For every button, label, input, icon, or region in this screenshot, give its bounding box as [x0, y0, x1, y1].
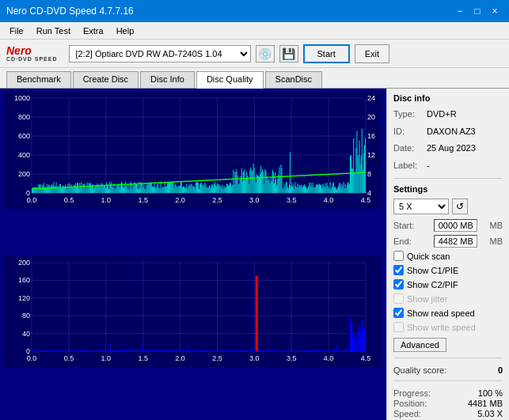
quality-score-row: Quality score: 0: [393, 365, 503, 375]
tab-disc-quality[interactable]: Disc Quality: [196, 71, 264, 89]
quick-scan-checkbox[interactable]: [393, 251, 404, 261]
speed-selector[interactable]: 5 X4 X8 XMax: [393, 199, 449, 214]
close-button[interactable]: ×: [487, 4, 503, 18]
start-value: 0000 MB: [434, 219, 477, 232]
show-write-speed-row: Show write speed: [393, 322, 503, 332]
speed-progress-value: 5.03 X: [477, 409, 503, 418]
menu-extra[interactable]: Extra: [77, 25, 110, 37]
show-read-speed-label[interactable]: Show read speed: [407, 308, 475, 318]
quality-score-label: Quality score:: [393, 365, 446, 375]
disc-date-row: Date: 25 Aug 2023: [393, 142, 503, 156]
menu-help[interactable]: Help: [110, 25, 141, 37]
show-c1-checkbox[interactable]: [393, 265, 404, 275]
progress-label: Progress:: [393, 388, 431, 398]
show-write-speed-checkbox[interactable]: [393, 322, 404, 332]
title-bar: Nero CD-DVD Speed 4.7.7.16 − □ ×: [0, 0, 509, 22]
disc-label-row: Label: -: [393, 159, 503, 173]
progress-value: 100 %: [478, 388, 503, 398]
position-label: Position:: [393, 399, 427, 408]
show-c2-checkbox[interactable]: [393, 279, 404, 289]
start-label: Start:: [393, 221, 421, 230]
date-label: Date:: [393, 142, 424, 156]
end-mb-row: End: 4482 MB MB: [393, 235, 503, 248]
main-content: Disc info Type: DVD+R ID: DAXON AZ3 Date…: [0, 89, 509, 420]
charts-area: [0, 89, 386, 420]
tab-benchmark[interactable]: Benchmark: [6, 71, 71, 88]
logo: Nero CD·DVD SPEED: [6, 45, 58, 62]
speed-progress-label: Speed:: [393, 409, 421, 418]
toolbar: Nero CD·DVD SPEED [2:2] Optiarc DVD RW A…: [0, 40, 509, 68]
disc-info-title: Disc info: [393, 93, 503, 103]
show-c1-row: Show C1/PIE: [393, 265, 503, 275]
label-label: Label:: [393, 159, 424, 173]
menu-bar: File Run Test Extra Help: [0, 22, 509, 40]
position-row: Position: 4481 MB: [393, 399, 503, 408]
label-value: -: [427, 159, 430, 173]
end-label: End:: [393, 236, 421, 246]
show-jitter-row: Show jitter: [393, 293, 503, 304]
chart-bottom: [3, 256, 383, 418]
type-label: Type:: [393, 108, 424, 122]
end-value: 4482 MB: [434, 235, 477, 248]
disc-type-row: Type: DVD+R: [393, 108, 503, 122]
quick-scan-row: Quick scan: [393, 251, 503, 261]
show-c2-row: Show C2/PIF: [393, 279, 503, 289]
show-jitter-checkbox[interactable]: [393, 293, 404, 304]
quality-score-value: 0: [498, 365, 503, 375]
tab-create-disc[interactable]: Create Disc: [73, 71, 139, 88]
maximize-button[interactable]: □: [469, 4, 485, 18]
logo-nero: Nero: [6, 45, 58, 56]
divider-3: [393, 380, 503, 381]
start-button[interactable]: Start: [303, 44, 350, 63]
show-read-speed-checkbox[interactable]: [393, 308, 404, 318]
exit-button[interactable]: Exit: [355, 44, 389, 63]
disc-icon-button[interactable]: 💿: [256, 45, 275, 62]
window-title: Nero CD-DVD Speed 4.7.7.16: [6, 6, 134, 17]
position-value: 4481 MB: [468, 399, 503, 408]
speed-row: Speed: 5.03 X: [393, 409, 503, 418]
chart-top: [3, 92, 383, 253]
right-panel: Disc info Type: DVD+R ID: DAXON AZ3 Date…: [386, 89, 509, 420]
show-c2-label[interactable]: Show C2/PIF: [407, 280, 458, 289]
progress-section: Progress: 100 % Position: 4481 MB Speed:…: [393, 388, 503, 419]
date-value: 25 Aug 2023: [427, 142, 476, 156]
menu-run-test[interactable]: Run Test: [30, 25, 77, 37]
progress-row: Progress: 100 %: [393, 388, 503, 398]
logo-sub: CD·DVD SPEED: [6, 56, 58, 62]
tab-scandisc[interactable]: ScanDisc: [265, 71, 322, 88]
show-write-speed-label: Show write speed: [407, 323, 476, 332]
speed-row: 5 X4 X8 XMax ↺: [393, 199, 503, 214]
tab-disc-info[interactable]: Disc Info: [140, 71, 195, 88]
id-label: ID:: [393, 125, 424, 139]
settings-title: Settings: [393, 184, 503, 194]
divider-2: [393, 358, 503, 358]
advanced-button[interactable]: Advanced: [393, 338, 446, 352]
start-unit: MB: [490, 221, 503, 230]
minimize-button[interactable]: −: [452, 4, 468, 18]
disc-id-row: ID: DAXON AZ3: [393, 125, 503, 139]
start-mb-row: Start: 0000 MB MB: [393, 219, 503, 232]
show-c1-label[interactable]: Show C1/PIE: [407, 266, 458, 275]
show-read-speed-row: Show read speed: [393, 308, 503, 318]
tab-bar: Benchmark Create Disc Disc Info Disc Qua…: [0, 68, 509, 89]
show-jitter-label: Show jitter: [407, 294, 447, 304]
divider-1: [393, 178, 503, 179]
window-controls: − □ ×: [452, 4, 503, 18]
quick-scan-label[interactable]: Quick scan: [407, 252, 450, 261]
save-button[interactable]: 💾: [279, 45, 298, 62]
type-value: DVD+R: [427, 108, 457, 122]
refresh-button[interactable]: ↺: [452, 199, 468, 214]
id-value: DAXON AZ3: [427, 125, 476, 139]
drive-selector[interactable]: [2:2] Optiarc DVD RW AD-7240S 1.04: [69, 45, 251, 62]
menu-file[interactable]: File: [3, 25, 30, 37]
end-unit: MB: [490, 236, 503, 246]
